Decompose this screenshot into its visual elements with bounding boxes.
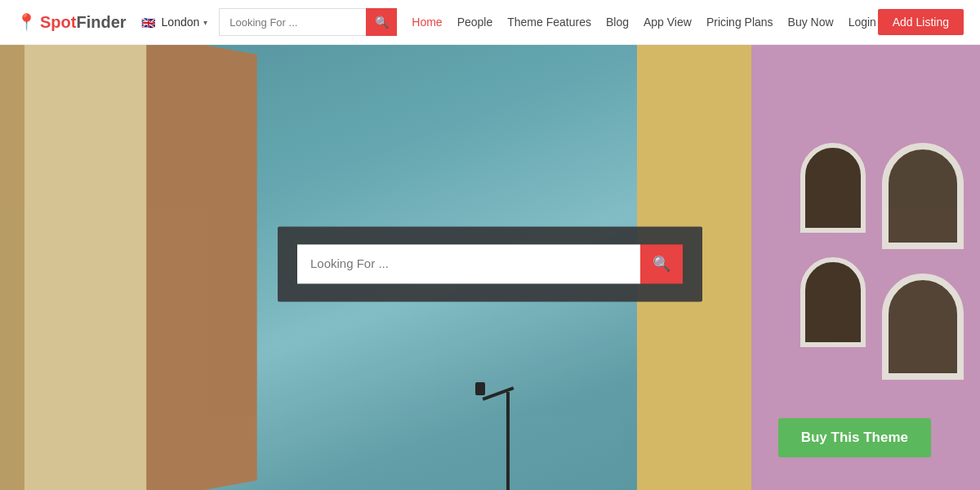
nav-item-pricing-plans[interactable]: Pricing Plans [706,16,773,29]
hero-search-wrapper: 🔍 [278,226,702,301]
nav-item-login[interactable]: Login [849,16,876,29]
hero-search-input[interactable] [297,244,640,283]
search-icon: 🔍 [653,255,670,273]
header-search-button[interactable]: 🔍 [366,8,397,36]
street-lamp [506,392,510,490]
building-right-arch4 [800,257,866,347]
building-left [0,45,261,490]
building-left-side [146,45,257,490]
logo[interactable]: 📍 SpotFinder [16,12,127,32]
hero-section: 🔍 Buy This Theme [0,45,980,490]
buy-theme-button[interactable]: Buy This Theme [778,418,931,457]
lamp-head [475,382,485,395]
logo-pin-icon: 📍 [16,12,37,32]
location-selector[interactable]: 🇬🇧 London ▾ [141,16,208,29]
building-left-front [24,45,155,490]
main-nav: Home People Theme Features Blog App View… [412,16,877,29]
nav-item-buy-now[interactable]: Buy Now [788,16,834,29]
lamp-post [506,392,510,490]
building-right-arch2 [882,274,964,380]
chevron-down-icon: ▾ [203,18,207,27]
hero-search-button[interactable]: 🔍 [640,244,683,283]
search-icon: 🔍 [375,16,389,29]
flag-icon: 🇬🇧 [141,16,158,28]
nav-item-home[interactable]: Home [412,16,442,29]
city-label: London [162,16,200,29]
nav-item-people[interactable]: People [457,16,493,29]
header-search-input[interactable] [219,8,366,36]
nav-item-app-view[interactable]: App View [644,16,692,29]
header-right: Add Listing [878,9,964,35]
search-box-inner: 🔍 [297,244,683,283]
header: 📍 SpotFinder 🇬🇧 London ▾ 🔍 Home People T… [0,0,980,45]
add-listing-button[interactable]: Add Listing [878,9,964,35]
search-box-container: 🔍 [278,226,702,301]
nav-item-theme-features[interactable]: Theme Features [507,16,591,29]
building-right-arch1 [882,143,964,249]
building-right-arch3 [800,143,866,233]
header-search: 🔍 [219,8,397,36]
logo-text: SpotFinder [40,13,127,32]
nav-item-blog[interactable]: Blog [606,16,629,29]
